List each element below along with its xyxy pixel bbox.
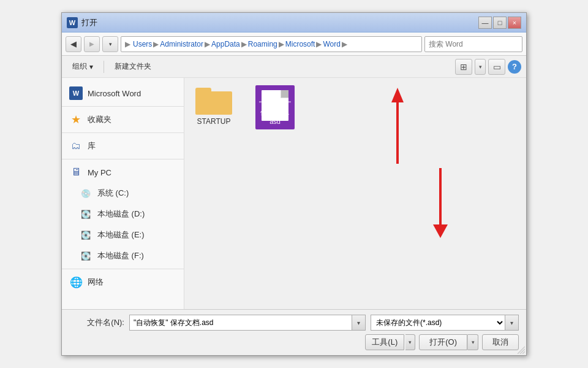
network-icon: 🌐 <box>69 275 83 289</box>
library-icon: 🗂 <box>69 139 83 153</box>
svg-marker-3 <box>433 224 448 238</box>
sidebar-divider-1 <box>62 106 184 107</box>
startup-folder-label: STARTUP <box>197 117 231 126</box>
file-grid: STARTUP "自动恢复"保存文档.asd <box>192 85 300 129</box>
sidebar-item-network[interactable]: 🌐 网络 <box>62 272 184 293</box>
filetype-select[interactable]: 未保存的文件(*.asd) <box>371 315 505 331</box>
asd-file-display: "自动恢复"保存文档.asd <box>259 100 291 125</box>
tools-arrow-button[interactable]: ▾ <box>405 334 415 350</box>
toolbar-separator <box>104 61 104 73</box>
drive-c-label: 系统 (C:) <box>97 188 129 199</box>
title-bar: W 打开 — □ × <box>62 13 526 33</box>
network-label: 网络 <box>88 277 104 288</box>
path-administrator[interactable]: Administrator <box>160 40 203 48</box>
organize-button[interactable]: 组织 ▾ <box>67 59 99 74</box>
filename-input[interactable] <box>129 315 352 331</box>
main-content: W Microsoft Word ★ 收藏夹 🗂 库 <box>62 78 526 309</box>
title-bar-left: W 打开 <box>67 17 97 28</box>
tools-label: 工具(L) <box>372 337 398 348</box>
tools-main-button[interactable]: 工具(L) <box>365 334 404 350</box>
help-button[interactable]: ? <box>508 60 521 74</box>
filename-label: 文件名(N): <box>69 317 124 328</box>
view-button[interactable]: ⊞ <box>455 59 472 75</box>
drive-e-label: 本地磁盘 (E:) <box>97 229 145 240</box>
favorites-label: 收藏夹 <box>88 114 111 125</box>
sidebar-divider-4 <box>62 269 184 269</box>
toolbar: 组织 ▾ 新建文件夹 ⊞ ▾ ▭ ? <box>62 56 526 78</box>
mypc-label: My PC <box>88 168 111 177</box>
red-arrow-up <box>385 84 422 170</box>
sidebar-item-favorites[interactable]: ★ 收藏夹 <box>62 109 184 130</box>
path-appdata[interactable]: AppData <box>211 40 240 48</box>
title-bar-buttons: — □ × <box>478 17 521 29</box>
open-button-group: 打开(O) ▾ <box>419 334 478 350</box>
library-label: 库 <box>88 140 96 151</box>
sidebar: W Microsoft Word ★ 收藏夹 🗂 库 <box>62 78 184 309</box>
address-path[interactable]: ▶ Users ▶ Administrator ▶ AppData ▶ Roam… <box>121 36 422 52</box>
drive-e-icon: 💽 <box>79 228 92 242</box>
new-folder-button[interactable]: 新建文件夹 <box>109 59 157 74</box>
path-roaming[interactable]: Roaming <box>248 40 277 48</box>
forward-button[interactable]: ▶ <box>84 36 100 52</box>
resize-handle[interactable] <box>516 345 525 354</box>
cancel-button[interactable]: 取消 <box>482 334 519 350</box>
close-button[interactable]: × <box>508 17 521 29</box>
minimize-button[interactable]: — <box>478 17 492 29</box>
monitor-icon: 🖥 <box>69 166 83 179</box>
organize-label: 组织 <box>72 61 87 72</box>
sidebar-item-drive-e[interactable]: 💽 本地磁盘 (E:) <box>62 224 184 245</box>
filename-dropdown-arrow[interactable]: ▾ <box>352 315 366 331</box>
back-button[interactable]: ◀ <box>66 36 81 52</box>
open-main-button[interactable]: 打开(O) <box>419 334 467 350</box>
sidebar-item-library[interactable]: 🗂 库 <box>62 136 184 156</box>
path-microsoft[interactable]: Microsoft <box>285 40 315 48</box>
sidebar-item-mypc[interactable]: 🖥 My PC <box>62 162 184 183</box>
drive-c-icon: 💿 <box>79 186 92 200</box>
asd-file-icon-container: "自动恢复"保存文档.asd <box>255 85 295 129</box>
tools-button-group: 工具(L) ▾ <box>365 334 415 350</box>
open-arrow-button[interactable]: ▾ <box>467 334 478 350</box>
word-icon-title: W <box>67 17 78 28</box>
toolbar-right: ⊞ ▾ ▭ ? <box>455 59 521 75</box>
search-input[interactable] <box>425 40 522 48</box>
dialog-title: 打开 <box>81 17 97 28</box>
microsoft-word-label: Microsoft Word <box>88 89 141 98</box>
red-arrow-down <box>416 168 465 242</box>
sidebar-divider-3 <box>62 159 184 159</box>
open-label: 打开(O) <box>429 337 457 348</box>
filename-row: 文件名(N): ▾ 未保存的文件(*.asd) ▾ <box>69 315 519 331</box>
file-area: STARTUP "自动恢复"保存文档.asd <box>184 78 526 309</box>
open-dialog: W 打开 — □ × ◀ ▶ ▾ ▶ Users ▶ Administrator… <box>61 12 527 356</box>
asd-file[interactable]: "自动恢复"保存文档.asd <box>251 85 300 129</box>
word-icon: W <box>69 86 83 100</box>
bottom-bar: 文件名(N): ▾ 未保存的文件(*.asd) ▾ 工具(L) ▾ <box>62 309 526 355</box>
svg-line-6 <box>522 351 525 354</box>
drive-f-icon: 💽 <box>79 249 92 263</box>
cancel-label: 取消 <box>492 337 508 348</box>
maximize-button[interactable]: □ <box>493 17 507 29</box>
sidebar-divider-2 <box>62 132 184 133</box>
action-row: 工具(L) ▾ 打开(O) ▾ 取消 <box>69 334 519 350</box>
sidebar-item-drive-d[interactable]: 💽 本地磁盘 (D:) <box>62 204 184 224</box>
path-separator: ▶ <box>125 40 130 48</box>
drive-f-label: 本地磁盘 (F:) <box>97 250 144 261</box>
organize-arrow: ▾ <box>89 63 93 71</box>
filetype-dropdown-arrow[interactable]: ▾ <box>505 315 519 331</box>
path-users[interactable]: Users <box>133 40 152 48</box>
drive-d-label: 本地磁盘 (D:) <box>97 209 145 220</box>
search-box: 🔍 <box>424 36 522 52</box>
favorites-icon: ★ <box>69 113 83 126</box>
startup-folder[interactable]: STARTUP <box>192 85 236 126</box>
new-folder-label: 新建文件夹 <box>115 61 151 72</box>
path-word[interactable]: Word <box>323 40 340 48</box>
sidebar-item-drive-c[interactable]: 💿 系统 (C:) <box>62 183 184 204</box>
dropdown-button[interactable]: ▾ <box>102 36 118 52</box>
address-bar: ◀ ▶ ▾ ▶ Users ▶ Administrator ▶ AppData … <box>62 33 526 56</box>
view-arrow-button[interactable]: ▾ <box>475 59 486 75</box>
svg-line-5 <box>520 349 525 354</box>
sidebar-item-drive-f[interactable]: 💽 本地磁盘 (F:) <box>62 245 184 266</box>
svg-marker-1 <box>391 88 404 102</box>
panel-button[interactable]: ▭ <box>488 59 505 75</box>
sidebar-item-microsoft-word[interactable]: W Microsoft Word <box>62 83 184 104</box>
startup-folder-icon <box>195 85 232 115</box>
